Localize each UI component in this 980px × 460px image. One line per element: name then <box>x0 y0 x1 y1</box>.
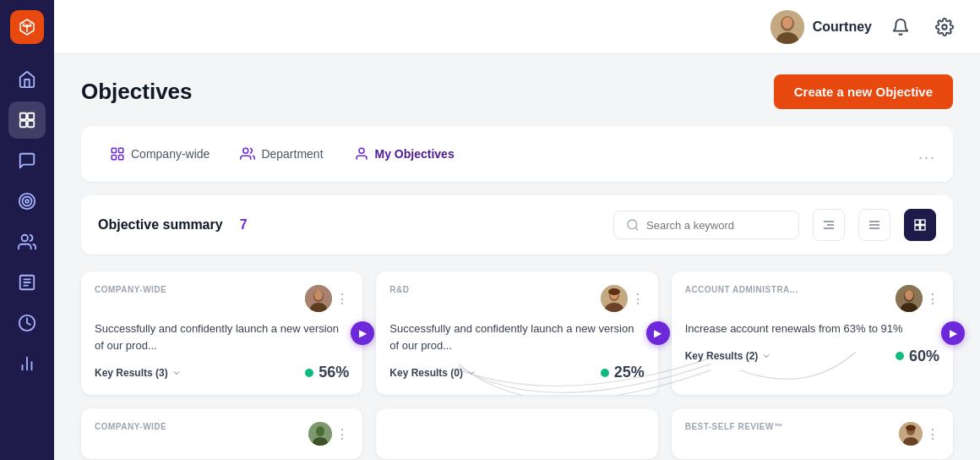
sidebar-item-analytics[interactable] <box>8 345 46 382</box>
card-header-right-2: ⋮ <box>594 285 645 312</box>
svg-point-53 <box>316 426 324 436</box>
card-avatar-3 <box>896 285 923 312</box>
settings-button[interactable] <box>929 12 960 42</box>
card-category-6: BEST-SELF REVIEW™ <box>685 422 783 431</box>
svg-point-2 <box>30 25 32 27</box>
card-percent-3: 60% <box>896 348 939 365</box>
avatar <box>770 10 804 44</box>
svg-point-9 <box>25 200 29 203</box>
svg-point-27 <box>628 220 637 229</box>
tab-department[interactable]: Department <box>228 140 335 168</box>
progress-dot-1 <box>305 369 313 377</box>
svg-point-10 <box>22 235 28 241</box>
card-title-1: Successfully and confidently launch a ne… <box>95 320 349 353</box>
card-avatar-2 <box>601 285 628 312</box>
svg-rect-4 <box>28 113 34 119</box>
create-objective-button[interactable]: Create a new Objective <box>774 74 953 109</box>
card-header-2: R&D ⋮ <box>389 285 644 312</box>
card-header-6: BEST-SELF REVIEW™ ⋮ <box>685 422 939 446</box>
card-more-4[interactable]: ⋮ <box>335 426 349 442</box>
key-results-2[interactable]: Key Results (0) <box>389 367 476 379</box>
objective-card-4: COMPANY-WIDE ⋮ <box>81 408 362 459</box>
card-title-2: Successfully and confidently launch a ne… <box>389 320 644 353</box>
tab-company-wide[interactable]: Company-wide <box>98 140 221 168</box>
card-more-6[interactable]: ⋮ <box>926 426 939 442</box>
svg-point-47 <box>608 288 620 295</box>
key-results-3[interactable]: Key Results (2) <box>685 350 772 362</box>
card-header-right-6: ⋮ <box>892 422 939 446</box>
card-percent-2: 25% <box>601 364 645 381</box>
card-category-4: COMPANY-WIDE <box>95 422 166 431</box>
objective-card-5 <box>376 408 657 459</box>
svg-point-25 <box>243 148 248 153</box>
sidebar-item-people[interactable] <box>8 223 46 260</box>
sidebar-item-objectives[interactable] <box>8 101 46 139</box>
cards-grid: COMPANY-WIDE ⋮ Successfully and confiden… <box>81 271 953 395</box>
card-more-2[interactable]: ⋮ <box>631 291 645 307</box>
svg-rect-5 <box>20 121 26 127</box>
svg-point-58 <box>906 425 916 431</box>
username: Courtney <box>813 19 872 35</box>
svg-rect-22 <box>119 148 123 152</box>
list-view-button[interactable] <box>813 209 845 241</box>
card-footer-2: Key Results (0) 25% <box>389 364 644 381</box>
card-nav-right-3[interactable]: ▶ <box>941 321 965 345</box>
svg-point-1 <box>23 25 25 27</box>
svg-rect-36 <box>921 220 925 224</box>
svg-rect-37 <box>915 226 919 230</box>
card-avatar-4 <box>308 422 332 446</box>
main-area: Courtney Objectives Create a new Objecti… <box>54 0 980 460</box>
svg-rect-21 <box>112 148 116 152</box>
svg-point-19 <box>782 17 792 29</box>
search-input[interactable] <box>646 219 773 232</box>
card-header-1: COMPANY-WIDE ⋮ <box>95 285 349 312</box>
tab-my-objectives[interactable]: My Objectives <box>342 140 466 168</box>
top-header: Courtney <box>54 0 980 54</box>
card-avatar-1 <box>305 285 332 312</box>
card-more-1[interactable]: ⋮ <box>335 291 349 307</box>
objective-card-1: COMPANY-WIDE ⋮ Successfully and confiden… <box>81 271 362 395</box>
svg-point-20 <box>942 25 947 30</box>
objective-card-3: ACCOUNT ADMINISTRA... ⋮ Increase account… <box>672 271 953 395</box>
search-box <box>613 211 799 239</box>
tabs-container: Company-wide Department My Objectives <box>81 126 953 182</box>
card-category-3: ACCOUNT ADMINISTRA... <box>685 285 798 294</box>
card-header-right-4: ⋮ <box>302 422 349 446</box>
notifications-button[interactable] <box>885 12 916 42</box>
page-header: Objectives Create a new Objective <box>81 74 953 109</box>
sidebar-item-home[interactable] <box>8 61 46 98</box>
user-profile[interactable]: Courtney <box>770 10 872 44</box>
card-header-4: COMPANY-WIDE ⋮ <box>95 422 349 446</box>
cards-row-2: COMPANY-WIDE ⋮ BEST-SELF REVIEW™ <box>81 408 953 459</box>
search-icon <box>626 218 640 232</box>
card-title-3: Increase account renewals from 63% to 91… <box>685 320 939 337</box>
card-header-right-3: ⋮ <box>889 285 939 312</box>
tab-my-objectives-label: My Objectives <box>375 147 455 161</box>
card-category-1: COMPANY-WIDE <box>95 285 166 294</box>
svg-rect-35 <box>915 220 919 224</box>
page-title: Objectives <box>81 79 193 105</box>
card-nav-right-1[interactable]: ▶ <box>351 321 374 345</box>
svg-point-8 <box>23 197 32 206</box>
svg-rect-6 <box>28 121 34 127</box>
logo[interactable] <box>10 10 44 44</box>
filter-view-button[interactable] <box>858 209 890 241</box>
summary-count: 7 <box>240 217 248 233</box>
key-results-1[interactable]: Key Results (3) <box>95 367 182 379</box>
grid-view-button[interactable] <box>904 209 936 241</box>
sidebar-item-clock[interactable] <box>8 304 46 342</box>
svg-point-51 <box>905 290 913 300</box>
tabs-more-button[interactable]: ... <box>918 145 936 163</box>
svg-rect-24 <box>119 156 123 160</box>
sidebar-item-reports[interactable] <box>8 264 46 301</box>
sidebar-item-feedback[interactable] <box>8 142 46 179</box>
sidebar-item-goals[interactable] <box>8 183 46 220</box>
svg-point-26 <box>359 148 364 153</box>
card-percent-1: 56% <box>305 364 349 381</box>
card-footer-3: Key Results (2) 60% <box>685 348 939 365</box>
card-more-3[interactable]: ⋮ <box>926 291 939 307</box>
svg-rect-23 <box>112 156 116 160</box>
card-nav-right-2[interactable]: ▶ <box>646 321 670 345</box>
summary-title: Objective summary <box>98 217 223 233</box>
svg-rect-3 <box>20 113 26 119</box>
